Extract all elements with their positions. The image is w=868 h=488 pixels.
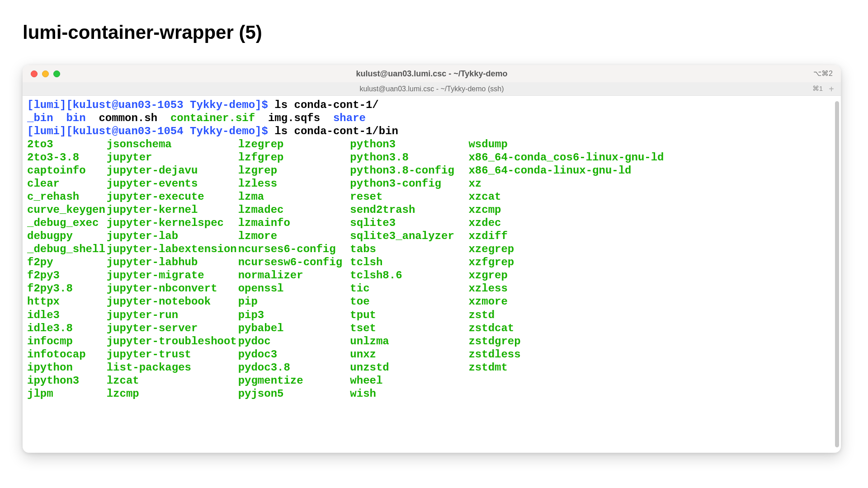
- tab-shortcut: ⌘1: [812, 84, 823, 93]
- prompt-line: [lumi][kulust@uan03-1054 Tykky-demo]$ ls…: [27, 125, 836, 138]
- file-column: jsonschema jupyter jupyter-dejavu jupyte…: [107, 138, 238, 400]
- file-column: 2to3 2to3-3.8 captoinfo clear c_rehash c…: [27, 138, 107, 400]
- prompt-line: [lumi][kulust@uan03-1053 Tykky-demo]$ ls…: [27, 99, 836, 112]
- file-column: lzegrep lzfgrep lzgrep lzless lzma lzmad…: [238, 138, 350, 400]
- terminal-window: kulust@uan03.lumi.csc - ~/Tykky-demo ⌥⌘2…: [23, 65, 841, 453]
- slide-title: lumi-container-wrapper (5): [23, 22, 845, 43]
- ls-bin-output: 2to3 2to3-3.8 captoinfo clear c_rehash c…: [27, 138, 836, 400]
- window-shortcut: ⌥⌘2: [813, 69, 833, 78]
- file-column: wsdump x86_64-conda_cos6-linux-gnu-ld x8…: [468, 138, 664, 400]
- zoom-icon[interactable]: [53, 70, 60, 77]
- ls-output: _bin bin common.sh container.sif img.sqf…: [27, 112, 836, 125]
- window-controls: [31, 70, 60, 77]
- titlebar[interactable]: kulust@uan03.lumi.csc - ~/Tykky-demo ⌥⌘2: [23, 65, 841, 82]
- window-title: kulust@uan03.lumi.csc - ~/Tykky-demo: [23, 69, 841, 79]
- tab-title[interactable]: kulust@uan03.lumi.csc - ~/Tykky-demo (ss…: [23, 85, 841, 93]
- tab-bar: kulust@uan03.lumi.csc - ~/Tykky-demo (ss…: [23, 82, 841, 96]
- add-tab-button[interactable]: +: [826, 84, 836, 94]
- file-column: python3 python3.8 python3.8-config pytho…: [350, 138, 468, 400]
- close-icon[interactable]: [31, 70, 38, 77]
- minimize-icon[interactable]: [42, 70, 49, 77]
- terminal-body[interactable]: [lumi][kulust@uan03-1053 Tykky-demo]$ ls…: [23, 96, 841, 453]
